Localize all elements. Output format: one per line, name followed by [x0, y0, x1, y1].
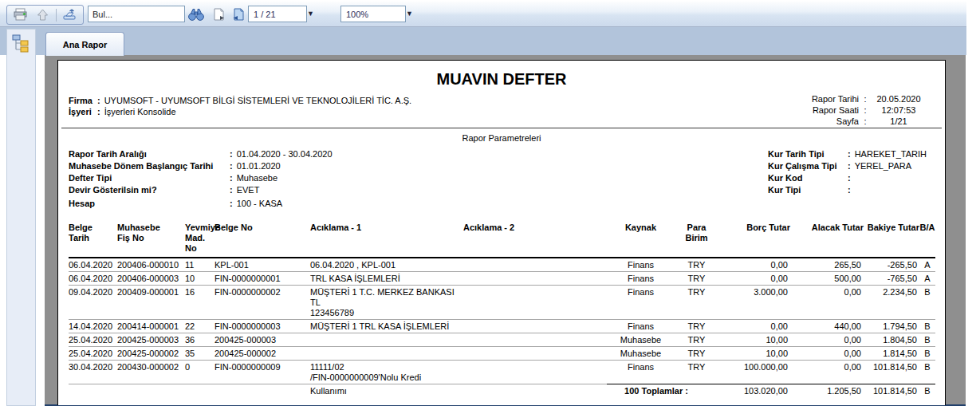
page-number-value: 1 / 21: [254, 10, 276, 19]
cell-mad: 10: [185, 272, 214, 286]
print-setup-button[interactable]: [61, 6, 80, 23]
cell-ba: B: [919, 286, 935, 320]
cell-ba: A: [919, 272, 935, 286]
cell-bakiye: 2.234,50: [864, 286, 919, 320]
header-bakiye-tutar: Bakiye Tutar: [864, 223, 919, 258]
page-number-dropdown-arrow[interactable]: ▼: [305, 7, 317, 20]
cell-fis: 200406-000010: [117, 258, 185, 272]
header-yevmiye-mad-no: Yevmiye Mad. No: [185, 223, 214, 258]
cell-belge: FIN-0000000001: [214, 272, 310, 286]
zoom-dropdown-arrow[interactable]: ▼: [403, 7, 415, 20]
cell-para: TRY: [675, 286, 718, 320]
header-para-birim: Para Birim: [675, 223, 718, 258]
colon: :: [848, 161, 851, 171]
page-number-combobox[interactable]: 1 / 21: [248, 6, 307, 22]
cell-alacak: 0,00: [790, 286, 864, 320]
header-belge-tarih: Belge Tarih: [69, 223, 117, 258]
cell-belge: FIN-0000000002: [214, 286, 310, 320]
branch-label: İşyeri: [69, 106, 97, 117]
cell-aciklama1: TRL KASA İŞLEMLERİ: [310, 272, 463, 286]
group-tree-panel: [6, 29, 36, 406]
cell-borc: 0,00: [718, 320, 790, 333]
report-page: MUAVIN DEFTER Firma:UYUMSOFT - UYUMSOFT …: [57, 60, 946, 405]
cell-kaynak: Muhasebe: [607, 347, 675, 361]
cell-mad: 35: [185, 347, 214, 361]
cell-kaynak: Finans: [607, 258, 675, 272]
param-row: Devir Gösterilsin mi?:EVET: [69, 184, 333, 196]
cell-fis: 200414-000001: [117, 320, 185, 333]
totals-alacak: 1.205,50: [790, 384, 864, 398]
cell-aciklama1: MÜŞTERİ 1 TRL KASA İŞLEMLERİ: [310, 320, 463, 333]
cell-alacak: 0,00: [790, 347, 864, 361]
colon: :: [230, 173, 233, 183]
binoculars-icon: [187, 7, 205, 22]
param-row: Defter Tipi:Muhasebe: [69, 172, 333, 184]
export-button[interactable]: [33, 6, 53, 23]
param-label: Muhasebe Dönem Başlangıç Tarihi: [69, 160, 230, 172]
header-alacak-tutar: Alacak Tutar: [790, 223, 864, 258]
cell-borc: 0,00: [718, 272, 790, 286]
cell-kaynak: Finans: [607, 286, 675, 320]
tab-ana-rapor[interactable]: Ana Rapor: [45, 32, 124, 56]
print-button-group: [6, 5, 84, 25]
cell-mad: 11: [185, 258, 214, 272]
cell-bakiye: 101.814,50: [864, 361, 919, 384]
parameters-left: Rapor Tarih Aralığı:01.04.2020 - 30.04.2…: [69, 148, 333, 210]
cell-tarih: 14.04.2020: [69, 320, 117, 333]
up-arrow-icon: [36, 9, 49, 22]
param-value: 01.04.2020 - 30.04.2020: [237, 149, 333, 159]
cell-ba: A: [919, 258, 935, 272]
report-date-row: Rapor Tarihi : 20.05.2020: [795, 93, 926, 104]
param-row: Muhasebe Dönem Başlangıç Tarihi:01.01.20…: [69, 160, 333, 172]
header-belge-no: Belge No: [214, 223, 310, 258]
param-label: Kur Tipi: [768, 184, 848, 196]
cell-mad: 0: [185, 361, 214, 384]
param-value: EVET: [237, 185, 260, 195]
cell-borc: 3.000,00: [718, 286, 790, 320]
header-ba: B/A: [919, 223, 935, 258]
next-page-button[interactable]: [210, 6, 229, 22]
cell-ba: B: [919, 320, 935, 333]
tab-bar: [0, 27, 966, 55]
param-value: Muhasebe: [237, 173, 277, 183]
zoom-value: 100%: [346, 10, 368, 19]
totals-label: 100 Toplamlar :: [607, 384, 718, 398]
group-tree-toggle-button[interactable]: [9, 32, 33, 53]
param-label: Defter Tipi: [69, 172, 230, 184]
cell-ba: B: [919, 347, 935, 361]
cell-bakiye: -765,50: [864, 272, 919, 286]
company-value: UYUMSOFT - UYUMSOFT BİLGİ SİSTEMLERİ VE …: [104, 96, 412, 105]
report-pageno-value: 1/21: [872, 116, 926, 127]
zoom-combobox[interactable]: 100%: [340, 6, 406, 22]
cell-fis: 200425-000002: [117, 347, 185, 361]
header-kaynak: Kaynak: [607, 223, 675, 258]
toolbar-separator: [56, 9, 57, 22]
param-value: 01.01.2020: [237, 161, 281, 171]
colon: :: [230, 149, 233, 159]
cell-tarih: 06.04.2020: [69, 258, 117, 272]
cell-ba: B: [919, 361, 935, 384]
find-button[interactable]: [187, 6, 206, 22]
totals-borc: 103.020,00: [718, 384, 790, 398]
cell-tarih: 09.04.2020: [69, 286, 117, 320]
colon: :: [859, 116, 872, 127]
totals-row: Kullanımı 100 Toplamlar : 103.020,00 1.2…: [69, 384, 935, 398]
cell-mad: 36: [185, 333, 214, 347]
branch-row: İşyeri:İşyerleri Konsolide: [69, 106, 411, 117]
previous-page-button[interactable]: [229, 6, 248, 22]
cell-fis: 200430-000002: [117, 361, 185, 384]
cell-aciklama1: [310, 347, 463, 361]
company-label: Firma: [69, 95, 97, 106]
colon: :: [848, 149, 851, 159]
cell-kaynak: Finans: [607, 320, 675, 333]
find-input[interactable]: [88, 6, 185, 22]
parameters-title: Rapor Parametreleri: [58, 133, 945, 143]
report-time-value: 12:07:53: [872, 104, 926, 116]
cell-para: TRY: [675, 320, 718, 333]
totals-bakiye: 101.814,50: [864, 384, 919, 398]
cell-fis: 200409-000001: [117, 286, 185, 320]
table-row: 25.04.2020 200425-000002 35 200425-00000…: [69, 347, 935, 361]
cell-aciklama2: [463, 361, 607, 384]
cell-borc: 0,00: [718, 258, 790, 272]
print-button[interactable]: [10, 6, 30, 23]
